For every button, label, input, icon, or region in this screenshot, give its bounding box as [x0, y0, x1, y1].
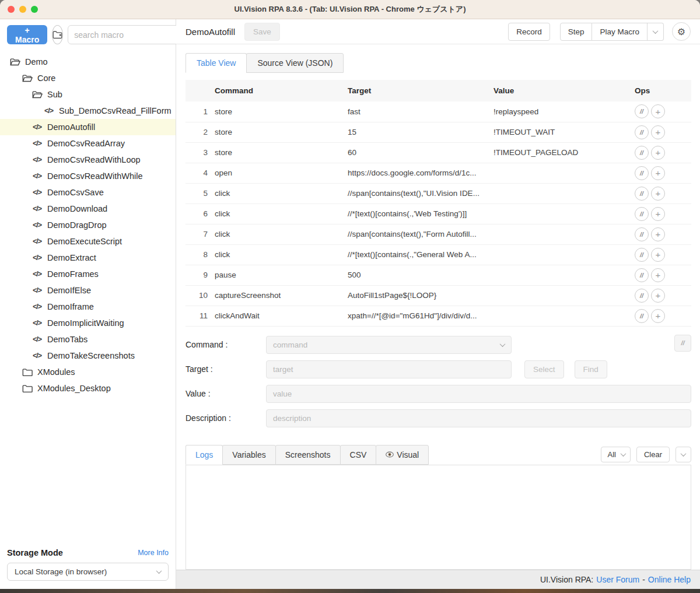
view-tabs: Table View Source View (JSON) — [186, 53, 700, 73]
close-window-button[interactable] — [8, 6, 15, 13]
comment-step-button[interactable]: // — [635, 104, 649, 118]
current-macro-name: DemoAutofill — [186, 27, 235, 37]
macro-step-row[interactable]: 4 open https://docs.google.com/forms/d/1… — [186, 163, 691, 183]
folder-open-icon — [22, 74, 33, 83]
comment-step-button[interactable]: // — [635, 289, 649, 303]
add-step-button[interactable]: + — [651, 187, 665, 201]
tab-logs[interactable]: Logs — [186, 445, 223, 465]
new-folder-button[interactable] — [52, 25, 63, 44]
tab-variables[interactable]: Variables — [222, 445, 275, 465]
macro-step-row[interactable]: 1 store fast !replayspeed // + — [186, 101, 691, 122]
value-input[interactable]: value — [266, 385, 691, 403]
comment-step-button[interactable]: // — [635, 227, 649, 241]
tab-visual[interactable]: Visual — [376, 445, 429, 465]
comment-step-button[interactable]: // — [635, 309, 649, 323]
macro-step-row[interactable]: 10 captureScreenshot AutoFill1stPage${!L… — [186, 285, 691, 306]
add-step-button[interactable]: + — [651, 207, 665, 221]
macro-code-icon: </> — [32, 303, 43, 311]
add-step-button[interactable]: + — [651, 104, 665, 118]
tree-item[interactable]: </> Sub_DemoCsvRead_FillForm — [0, 103, 176, 119]
more-info-link[interactable]: More Info — [138, 549, 169, 557]
zoom-window-button[interactable] — [31, 6, 38, 13]
comment-step-button[interactable]: // — [635, 146, 649, 160]
tree-item[interactable]: </> DemoTakeScreenshots — [0, 348, 176, 364]
tree-item[interactable]: </> DemoCsvSave — [0, 184, 176, 201]
tree-item-label: DemoAutofill — [47, 122, 95, 132]
find-button[interactable]: Find — [575, 360, 607, 378]
comment-step-button[interactable]: // — [635, 125, 649, 139]
add-step-button[interactable]: + — [651, 166, 665, 180]
add-step-button[interactable]: + — [651, 268, 665, 282]
macro-step-row[interactable]: 8 click //*[text()[contains(.,"General W… — [186, 244, 691, 265]
macro-step-row[interactable]: 7 click //span[contains(text(),"Form Aut… — [186, 224, 691, 244]
add-step-button[interactable]: + — [651, 248, 665, 262]
log-output-area[interactable] — [186, 465, 691, 570]
step-target: //span[contains(text(),"UI.Vision IDE... — [341, 183, 487, 203]
macro-step-row[interactable]: 3 store 60 !TIMEOUT_PAGELOAD // + — [186, 142, 691, 163]
tree-item[interactable]: </> DemoDragDrop — [0, 217, 176, 233]
target-input[interactable]: target — [266, 360, 512, 378]
minimize-window-button[interactable] — [19, 6, 26, 13]
add-step-button[interactable]: + — [651, 146, 665, 160]
tab-source-view[interactable]: Source View (JSON) — [246, 53, 344, 73]
tree-item[interactable]: </> DemoDownload — [0, 201, 176, 217]
tree-item[interactable]: Core — [0, 70, 176, 86]
tree-item[interactable]: </> DemoCsvReadArray — [0, 135, 176, 152]
tree-item[interactable]: </> DemoCsvReadWithWhile — [0, 168, 176, 184]
tab-csv[interactable]: CSV — [340, 445, 377, 465]
add-step-button[interactable]: + — [651, 309, 665, 323]
tree-item[interactable]: XModules — [0, 364, 176, 380]
macro-step-row[interactable]: 11 clickAndWait xpath=//*[@id="mG61Hd"]/… — [186, 306, 691, 326]
macro-step-row[interactable]: 6 click //*[text()[contains(.,'Web Testi… — [186, 203, 691, 224]
step-button[interactable]: Step — [560, 23, 593, 41]
tree-item[interactable]: </> DemoIframe — [0, 299, 176, 315]
description-input[interactable]: description — [266, 409, 691, 427]
step-command: pause — [208, 265, 341, 285]
tree-item[interactable]: XModules_Desktop — [0, 380, 176, 396]
comment-step-button[interactable]: // — [635, 187, 649, 201]
comment-step-button[interactable]: // — [635, 268, 649, 282]
comment-toggle-button[interactable]: // — [674, 335, 691, 352]
footer-separator: - — [642, 575, 645, 584]
tree-item[interactable]: </> DemoCsvReadWithLoop — [0, 152, 176, 168]
add-step-button[interactable]: + — [651, 289, 665, 303]
comment-step-button[interactable]: // — [635, 207, 649, 221]
online-help-link[interactable]: Online Help — [648, 575, 691, 584]
macro-step-row[interactable]: 9 pause 500 // + — [186, 265, 691, 285]
add-step-button[interactable]: + — [651, 227, 665, 241]
tree-item[interactable]: </> DemoIfElse — [0, 282, 176, 299]
tree-item[interactable]: </> DemoFrames — [0, 266, 176, 282]
tree-item-label: DemoCsvReadWithLoop — [47, 155, 141, 164]
tab-screenshots[interactable]: Screenshots — [275, 445, 341, 465]
chevron-down-icon — [653, 28, 659, 34]
tree-item[interactable]: </> DemoTabs — [0, 331, 176, 348]
comment-step-button[interactable]: // — [635, 248, 649, 262]
tree-item[interactable]: </> DemoImplicitWaiting — [0, 315, 176, 331]
tree-item[interactable]: </> DemoExecuteScript — [0, 233, 176, 250]
record-button[interactable]: Record — [508, 23, 550, 41]
add-step-button[interactable]: + — [651, 125, 665, 139]
user-forum-link[interactable]: User Forum — [596, 575, 639, 584]
step-number: 8 — [186, 244, 208, 265]
tree-item[interactable]: </> DemoAutofill — [0, 119, 176, 135]
log-filter-select[interactable]: All — [601, 447, 630, 462]
save-button[interactable]: Save — [244, 23, 280, 41]
storage-mode-select[interactable]: Local Storage (in browser) — [7, 563, 169, 581]
tab-table-view[interactable]: Table View — [186, 53, 247, 73]
command-select[interactable]: command — [266, 336, 512, 354]
macro-step-row[interactable]: 2 store 15 !TIMEOUT_WAIT // + — [186, 122, 691, 142]
tree-item[interactable]: Demo — [0, 54, 176, 70]
search-input[interactable] — [74, 30, 180, 40]
settings-button[interactable]: ⚙ — [672, 22, 691, 41]
comment-step-button[interactable]: // — [635, 166, 649, 180]
tree-item[interactable]: Sub — [0, 86, 176, 103]
tree-item[interactable]: </> DemoExtract — [0, 250, 176, 266]
new-macro-button[interactable]: + Macro — [7, 25, 47, 44]
macro-code-icon: </> — [32, 319, 43, 327]
clear-logs-button[interactable]: Clear — [636, 447, 670, 462]
macro-step-row[interactable]: 5 click //span[contains(text(),"UI.Visio… — [186, 183, 691, 203]
play-options-button[interactable] — [648, 23, 664, 41]
select-button[interactable]: Select — [524, 360, 564, 378]
collapse-panel-button[interactable] — [676, 447, 691, 462]
play-macro-button[interactable]: Play Macro — [592, 23, 648, 41]
